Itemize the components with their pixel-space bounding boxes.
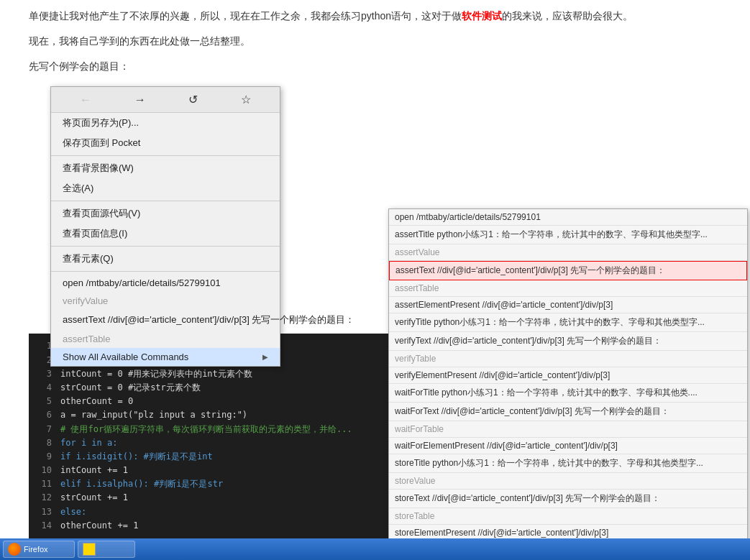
code-line: 7# 使用for循环遍历字符串，每次循环判断当前获取的元素的类型，并给... [35,423,390,436]
selenium-row[interactable]: verifyTable [389,351,747,367]
line-number: 14 [35,519,52,533]
code-line: 11 elif i.isalpha(): #判断i是不是str [35,477,390,491]
code-line: 5otherCount = 0 [35,395,390,408]
selenium-row[interactable]: storeTable [389,508,747,525]
line-number: 11 [35,477,52,491]
line-content: strCount += 1 [60,491,128,505]
taskbar-icon2-button[interactable] [78,541,135,558]
code-line: 9 if i.isdigit(): #判断i是不是int [35,450,390,464]
selenium-row[interactable]: assertElementPresent //div[@id='article_… [389,297,747,313]
intro-paragraph: 单便捷让我对他产生了不浓厚的兴趣，所以，现在在工作之余，我都会练习python语… [29,7,721,25]
submenu-arrow-icon: ▶ [262,353,268,361]
selenium-row[interactable]: waitForTitle python小练习1：给一个字符串，统计其中的数字、字… [389,384,747,403]
code-line: 13 else: [35,505,390,519]
section-label: 先写个例学会的题目： [29,58,721,75]
firefox-label: Firefox [24,545,48,554]
line-content: if i.isdigit(): #判断i是不是int [60,450,213,464]
line-content: a = raw_input("plz input a string:") [60,408,247,422]
selenium-row[interactable]: storeValue [389,473,747,490]
selenium-row[interactable]: verifyTitle python小练习1：给一个字符串，统计其中的数字、字母… [389,313,747,332]
selenium-row[interactable]: assertTitle python小练习1：给一个字符串，统计其中的数字、字母… [389,226,747,244]
taskbar-firefox-button[interactable]: Firefox [3,541,75,558]
selenium-row[interactable]: assertText //div[@id='article_content']/… [389,261,747,280]
line-number: 3 [35,367,52,381]
view-source-item[interactable]: 查看页面源代码(V) [51,203,280,224]
line-number: 7 [35,423,52,436]
open-url-item[interactable]: open /mtbaby/article/details/52799101 [51,274,280,292]
line-number: 2 [35,354,52,367]
code-line: 4strCount = 0 #记录str元素个数 [35,381,390,395]
selenium-row[interactable]: waitForElementPresent //div[@id='article… [389,438,747,454]
taskbar: Firefox [0,538,750,560]
selenium-row[interactable]: open /mtbaby/article/details/52799101 [389,209,747,226]
code-line: 10 intCount += 1 [35,464,390,477]
selenium-row[interactable]: assertTable [389,280,747,297]
forward-button[interactable]: → [130,92,150,108]
bookmark-button[interactable]: ☆ [237,91,255,108]
summary-paragraph: 现在，我将自己学到的东西在此处做一总结整理。 [29,32,721,50]
line-number: 12 [35,491,52,505]
save-pocket-item[interactable]: 保存页面到 Pocket [51,133,280,153]
line-content: intCount = 0 #用来记录列表中的int元素个数 [60,367,252,381]
selenium-row[interactable]: storeTitle python小练习1：给一个字符串，统计其中的数字、字母和… [389,454,747,473]
code-line: 6a = raw_input("plz input a string:") [35,408,390,422]
line-number: 6 [35,408,52,422]
selenium-row[interactable]: waitForText //div[@id='article_content']… [389,403,747,421]
line-content: else: [60,505,86,519]
line-content: elif i.isalpha(): #判断i是不是str [60,477,223,491]
code-line: 14 otherCount += 1 [35,519,390,533]
separator2 [51,201,280,201]
context-menu-toolbar: ← → ↺ ☆ [51,87,280,113]
assert-text-item[interactable]: assertText //div[@id='article_content']/… [51,310,280,330]
assert-table-item[interactable]: assertTable [51,330,280,348]
page-info-item[interactable]: 查看页面信息(I) [51,224,280,244]
line-content: for i in a: [60,436,117,450]
separator3 [51,246,280,247]
line-number: 5 [35,395,52,408]
save-page-item[interactable]: 将页面另存为(P)... [51,113,280,133]
inspect-element-item[interactable]: 查看元素(Q) [51,249,280,269]
line-number: 4 [35,381,52,395]
line-number: 9 [35,450,52,464]
selenium-row[interactable]: verifyText //div[@id='article_content']/… [389,332,747,351]
selenium-row[interactable]: waitForTable [389,421,747,438]
firefox-icon [8,543,21,556]
selenium-row[interactable]: storeText //div[@id='article_content']/d… [389,490,747,508]
line-number: 1 [35,339,52,353]
code-line: 3intCount = 0 #用来记录列表中的int元素个数 [35,367,390,381]
separator1 [51,155,280,156]
line-number: 10 [35,464,52,477]
line-number: 13 [35,505,52,519]
code-line: 8for i in a: [35,436,390,450]
context-menu: ← → ↺ ☆ 将页面另存为(P)... 保存页面到 Pocket 查看背景图像… [50,86,280,367]
line-content: strCount = 0 #记录str元素个数 [60,381,201,395]
selenium-commands-panel[interactable]: open /mtbaby/article/details/52799101ass… [388,208,748,560]
show-commands-item[interactable]: Show All Available Commands ▶ [51,348,280,366]
back-button[interactable]: ← [76,92,96,108]
line-content: otherCount += 1 [60,519,138,533]
view-bg-image-item[interactable]: 查看背景图像(W) [51,158,280,178]
verify-value-item[interactable]: verifyValue [51,292,280,310]
line-content: # 使用for循环遍历字符串，每次循环判断当前获取的元素的类型，并给... [60,423,352,436]
selenium-row[interactable]: verifyElementPresent //div[@id='article_… [389,367,747,384]
select-all-item[interactable]: 全选(A) [51,178,280,198]
line-content: intCount += 1 [60,464,128,477]
separator4 [51,271,280,272]
folder-icon [83,543,96,556]
line-content: otherCount = 0 [60,395,133,408]
reload-button[interactable]: ↺ [184,91,202,108]
code-line: 12 strCount += 1 [35,491,390,505]
line-number: 8 [35,436,52,450]
selenium-row[interactable]: assertValue [389,244,747,261]
